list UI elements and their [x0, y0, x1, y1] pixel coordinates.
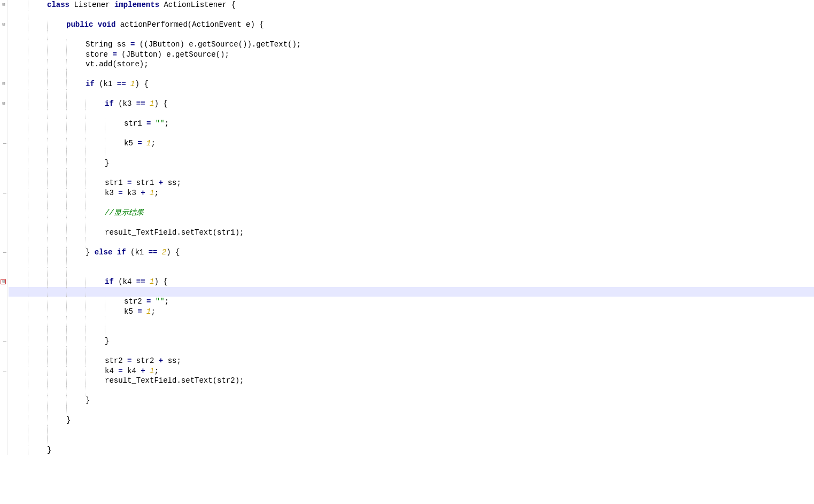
code-editor[interactable]: class Listener implements ActionListener… — [7, 0, 814, 455]
code-line[interactable] — [9, 386, 814, 396]
gutter-dash-icon — [3, 193, 6, 193]
code-line[interactable]: } — [9, 158, 814, 168]
code-line[interactable]: } — [9, 336, 814, 346]
code-line[interactable]: } — [9, 445, 814, 455]
code-line[interactable] — [9, 425, 814, 436]
gutter-dash-icon — [3, 341, 6, 342]
code-line[interactable] — [9, 109, 814, 119]
code-line[interactable] — [9, 435, 814, 445]
code-line[interactable]: str2 = ""; — [9, 297, 814, 307]
code-line[interactable] — [9, 198, 814, 208]
gutter-dash-icon — [3, 252, 6, 253]
code-line[interactable]: result_TextField.setText(str1); — [9, 228, 814, 238]
code-line[interactable]: if (k3 == 1) { — [9, 99, 814, 109]
code-line[interactable]: } else if (k1 == 2) { — [9, 247, 814, 258]
code-line[interactable] — [9, 218, 814, 228]
code-line[interactable]: public void actionPerformed(ActionEvent … — [9, 20, 814, 30]
code-line[interactable]: str2 = str2 + ss; — [9, 356, 814, 366]
code-line[interactable] — [9, 267, 814, 277]
fold-toggle-icon[interactable]: ⊟ — [1, 2, 6, 7]
code-line[interactable]: k3 = k3 + 1; — [9, 188, 814, 198]
code-line[interactable] — [9, 69, 814, 80]
code-line[interactable]: } — [9, 415, 814, 425]
code-line[interactable]: k5 = 1; — [9, 138, 814, 149]
fold-toggle-icon[interactable]: ⊟ — [1, 22, 6, 27]
code-line[interactable] — [9, 327, 814, 337]
code-line[interactable] — [9, 168, 814, 179]
code-line[interactable]: class Listener implements ActionListener… — [9, 0, 814, 10]
code-line[interactable]: } — [9, 396, 814, 406]
fold-toggle-icon[interactable]: ⊟ — [1, 81, 6, 87]
code-line[interactable] — [9, 149, 814, 159]
code-line[interactable]: vt.add(store); — [9, 59, 814, 69]
code-line[interactable] — [9, 316, 814, 327]
code-line[interactable] — [9, 346, 814, 356]
code-line[interactable] — [9, 287, 814, 297]
code-line[interactable]: result_TextField.setText(str2); — [9, 376, 814, 386]
code-line[interactable]: k4 = k4 + 1; — [9, 366, 814, 376]
code-line[interactable]: str1 = str1 + ss; — [9, 178, 814, 188]
code-line[interactable] — [9, 237, 814, 247]
gutter-dash-icon — [3, 143, 6, 144]
editor-gutter: ⊟⊟⊟⊟⊟ — [0, 0, 7, 455]
code-line[interactable]: if (k4 == 1) { — [9, 277, 814, 287]
code-line[interactable]: String ss = ((JButton) e.getSource()).ge… — [9, 40, 814, 50]
code-line[interactable] — [9, 257, 814, 267]
code-line[interactable] — [9, 89, 814, 99]
code-line[interactable] — [9, 10, 814, 20]
code-line[interactable] — [9, 129, 814, 139]
fold-toggle-icon[interactable]: ⊟ — [1, 101, 6, 106]
code-line[interactable]: k5 = 1; — [9, 307, 814, 317]
gutter-error-icon[interactable] — [1, 279, 6, 284]
code-line[interactable]: store = (JButton) e.getSource(); — [9, 50, 814, 60]
code-line[interactable]: //显示结果 — [9, 208, 814, 218]
code-line[interactable]: if (k1 == 1) { — [9, 79, 814, 89]
code-line[interactable] — [9, 406, 814, 416]
gutter-dash-icon — [3, 371, 6, 371]
code-line[interactable]: str1 = ""; — [9, 119, 814, 129]
code-line[interactable] — [9, 30, 814, 40]
